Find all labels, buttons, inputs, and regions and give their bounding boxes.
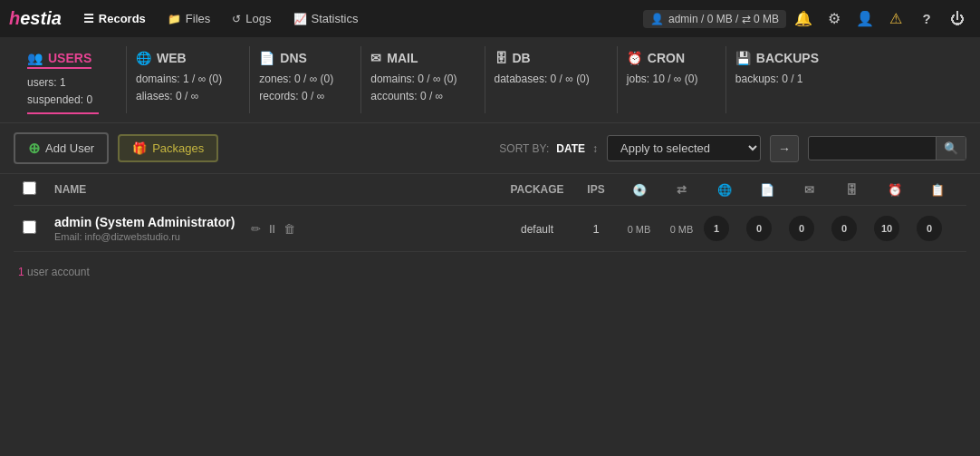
- logout-button[interactable]: ⏻: [944, 5, 971, 33]
- bell-button[interactable]: 🔔: [790, 5, 817, 33]
- header-dns-icon: 📄: [746, 183, 787, 197]
- footer-suffix: user account: [27, 266, 90, 278]
- stat-users[interactable]: 👥 USERS users: 1 suspended: 0: [18, 46, 127, 113]
- backup-badge: 0: [917, 216, 942, 241]
- stat-mail-domains: domains: 0 / ∞ (0): [370, 71, 456, 88]
- header-hdd-icon: 💿: [619, 183, 659, 197]
- top-navigation: hestia Records 📁 Files ↺ Logs 📈 Statisti…: [0, 0, 980, 37]
- stats-bar: 👥 USERS users: 1 suspended: 0 🌐 WEB doma…: [0, 37, 980, 123]
- packages-button[interactable]: 🎁 Packages: [118, 134, 218, 162]
- stat-cron[interactable]: ⏰ CRON jobs: 10 / ∞ (0): [618, 46, 726, 113]
- suspend-user-button[interactable]: ⏸: [266, 222, 278, 236]
- mail-badge: 0: [789, 216, 814, 241]
- row-mail: 0: [789, 216, 830, 241]
- cron-icon: ⏰: [627, 51, 642, 65]
- db-icon: 🗄: [495, 51, 507, 65]
- add-user-nav-button[interactable]: 👤: [851, 5, 879, 33]
- package-icon: 🎁: [132, 141, 147, 155]
- delete-user-button[interactable]: 🗑: [283, 222, 295, 236]
- app-logo[interactable]: hestia: [9, 8, 62, 29]
- users-icon: 👥: [27, 51, 43, 65]
- folder-icon: 📁: [168, 13, 181, 25]
- user-info: admin (System Administrator) Email: info…: [54, 215, 235, 242]
- add-user-button[interactable]: ⊕ Add User: [14, 132, 109, 164]
- table-header: Name Package IPs 💿 ⇄ 🌐 📄 ✉ 🗄 ⏰ 📋: [14, 174, 966, 206]
- stat-backups[interactable]: 💾 BACKUPS backups: 0 / 1: [726, 46, 846, 113]
- row-bandwidth: 0 MB: [661, 222, 702, 236]
- header-col-icons: 💿 ⇄ 🌐 📄 ✉ 🗄 ⏰ 📋: [619, 183, 957, 197]
- mail-icon: ✉: [370, 51, 381, 65]
- stat-dns[interactable]: 📄 DNS zones: 0 / ∞ (0) records: 0 / ∞: [250, 46, 361, 113]
- settings-button[interactable]: ⚙: [821, 5, 848, 33]
- header-arrows-icon: ⇄: [661, 183, 702, 197]
- sort-by: SORT BY: DATE ↕: [499, 142, 598, 155]
- nav-right: 👤 admin / 0 MB / ⇄ 0 MB 🔔 ⚙ 👤 ⚠ ? ⏻: [643, 5, 971, 33]
- stat-mail-title: ✉ MAIL: [370, 51, 418, 65]
- web-badge: 1: [704, 216, 729, 241]
- stat-cron-title: ⏰ CRON: [627, 51, 685, 65]
- row-disk: 0 MB: [619, 222, 659, 236]
- sortby-value[interactable]: DATE: [556, 142, 585, 155]
- nav-logs[interactable]: ↺ Logs: [223, 0, 280, 37]
- row-cron: 10: [874, 216, 915, 241]
- row-dns: 0: [746, 216, 787, 241]
- stat-db[interactable]: 🗄 DB databases: 0 / ∞ (0): [485, 46, 618, 113]
- nav-records[interactable]: Records: [74, 0, 155, 37]
- user-count-link[interactable]: 1: [18, 266, 24, 278]
- footer: 1 user account: [0, 252, 980, 292]
- warning-button[interactable]: ⚠: [882, 5, 909, 33]
- apply-go-button[interactable]: →: [770, 135, 799, 162]
- row-ips: 1: [573, 222, 619, 236]
- edit-user-button[interactable]: ✏: [251, 222, 261, 236]
- package-value: default: [521, 223, 553, 236]
- header-globe-icon: 🌐: [704, 183, 745, 197]
- search-input[interactable]: [809, 137, 936, 160]
- help-button[interactable]: ?: [913, 5, 940, 33]
- stat-users-count: users: 1: [27, 74, 66, 92]
- sort-direction-icon[interactable]: ↕: [592, 142, 598, 155]
- stat-mail-accounts: accounts: 0 / ∞: [370, 88, 443, 105]
- db-badge: 0: [831, 216, 857, 241]
- header-mail-icon: ✉: [789, 183, 830, 197]
- ips-value: 1: [592, 222, 599, 236]
- header-check: [23, 181, 54, 198]
- search-box: 🔍: [808, 136, 966, 160]
- user-badge[interactable]: 👤 admin / 0 MB / ⇄ 0 MB: [643, 10, 786, 28]
- stat-web-title: 🌐 WEB: [136, 51, 187, 65]
- dns-icon: 📄: [259, 51, 274, 65]
- header-db-icon: 🗄: [831, 183, 872, 197]
- dns-badge: 0: [746, 216, 772, 241]
- stat-backups-title: 💾 BACKUPS: [735, 51, 819, 65]
- search-button[interactable]: 🔍: [936, 137, 966, 160]
- packages-label: Packages: [152, 141, 204, 155]
- header-package: Package: [501, 183, 573, 196]
- stat-users-title: 👥 USERS: [27, 51, 91, 69]
- footer-text: 1 user account: [18, 266, 90, 278]
- list-icon: [83, 12, 94, 25]
- table-row: admin (System Administrator) Email: info…: [14, 206, 966, 252]
- stat-backups-count: backups: 0 / 1: [735, 71, 803, 88]
- stat-db-databases: databases: 0 / ∞ (0): [495, 71, 590, 88]
- toolbar: ⊕ Add User 🎁 Packages SORT BY: DATE ↕ Ap…: [0, 123, 980, 174]
- stat-web-aliases: aliases: 0 / ∞: [136, 88, 198, 105]
- user-email: Email: info@dizwebstudio.ru: [54, 231, 235, 242]
- nav-statistics[interactable]: 📈 Statistics: [284, 0, 368, 37]
- select-all-checkbox[interactable]: [23, 181, 36, 195]
- stat-mail[interactable]: ✉ MAIL domains: 0 / ∞ (0) accounts: 0 / …: [361, 46, 485, 113]
- header-name: Name: [54, 183, 501, 196]
- apply-to-selected-dropdown[interactable]: Apply to selected Suspend Unsuspend Dele…: [607, 135, 761, 161]
- sortby-label: SORT BY:: [499, 142, 549, 155]
- nav-files-label: Files: [186, 12, 210, 25]
- header-cron-icon: ⏰: [874, 183, 915, 197]
- nav-statistics-label: Statistics: [312, 12, 359, 25]
- row-db: 0: [831, 216, 872, 241]
- nav-files[interactable]: 📁 Files: [159, 0, 219, 37]
- backup-icon: 💾: [735, 51, 751, 65]
- stat-dns-zones: zones: 0 / ∞ (0): [259, 71, 333, 88]
- nav-records-label: Records: [99, 12, 146, 25]
- add-user-label: Add User: [45, 141, 94, 155]
- stat-web[interactable]: 🌐 WEB domains: 1 / ∞ (0) aliases: 0 / ∞: [127, 46, 250, 113]
- row-checkbox[interactable]: [23, 220, 36, 234]
- history-icon: ↺: [232, 13, 241, 25]
- globe-icon: 🌐: [136, 51, 151, 65]
